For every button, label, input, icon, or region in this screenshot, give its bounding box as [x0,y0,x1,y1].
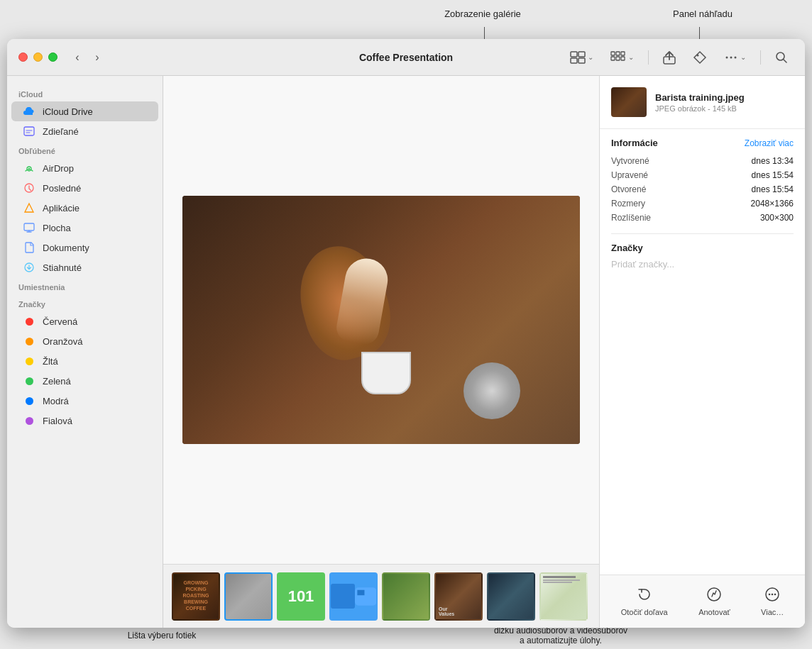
main-preview-image [182,196,580,444]
thumbnail-item-0[interactable]: GROWINGPICKINGROASTINGBREWINGCOFFEE [172,572,220,621]
svg-rect-0 [571,52,577,57]
sidebar-item-airdrop[interactable]: AirDrop [11,158,158,178]
info-row: Rozmery 2048×1366 [611,196,794,211]
photo-bar-annotation: Lišta výberu fotiek [105,631,219,640]
thumbnail-item-7[interactable] [539,572,588,621]
green-tag-icon [23,375,35,387]
svg-point-18 [28,168,30,170]
svg-rect-9 [621,57,625,60]
preview-thumbnail [611,87,647,117]
sidebar-item-shared[interactable]: Zdieľané [11,121,158,141]
info-value: 300×300 [760,213,794,223]
more-button[interactable]: ⌄ [718,48,752,67]
orange-tag-icon [23,335,35,348]
grid-view-button[interactable]: ⌄ [605,48,640,67]
sidebar-item-purple[interactable]: Fialová [11,411,158,431]
svg-rect-8 [616,57,620,60]
info-key: Rozmery [611,199,645,209]
thumbnail-item-5[interactable]: OurValues [434,572,483,621]
tags-placeholder[interactable]: Pridať značky... [611,259,794,270]
svg-point-12 [726,56,728,58]
preview-header: Barista training.jpeg JPEG obrázok - 145… [600,76,805,129]
thumbnail-item-4[interactable] [382,572,430,621]
tag-button[interactable] [687,48,713,67]
sidebar-item-documents[interactable]: Dokumenty [11,238,158,257]
sidebar-tag-label: Červená [43,316,77,327]
tags-section-label: Značky [7,294,163,311]
sidebar-item-label: Plocha [43,223,71,233]
apps-icon [23,201,35,214]
traffic-lights [18,52,57,62]
info-section-title: Informácie [611,138,658,148]
svg-rect-16 [24,127,34,135]
info-row: Upravené dnes 15:54 [611,168,794,182]
svg-rect-4 [611,52,615,55]
sidebar-item-downloads[interactable]: Stiahnuté [11,257,158,277]
thumbnail-item-6[interactable] [487,572,535,621]
coffee-liquid-graphic [334,255,391,346]
more-actions-button[interactable]: Viac… [752,582,792,621]
toolbar-buttons: ⌄ ⌄ [564,48,794,67]
share-button[interactable] [657,48,681,67]
annotate-button[interactable]: Anotovať [690,582,739,621]
sidebar-item-label: Stiahnuté [43,262,82,273]
sidebar-tag-label: Fialová [43,416,72,426]
gallery-area [163,76,599,564]
sidebar-item-label: Posledné [43,183,81,194]
forward-button[interactable]: › [89,49,106,66]
sidebar-item-red[interactable]: Červená [11,311,158,331]
svg-rect-6 [621,52,625,55]
svg-point-26 [774,594,777,596]
info-row: Rozlíšenie 300×300 [611,211,794,225]
show-more-link[interactable]: Zobraziť viac [745,138,794,148]
sidebar: iCloud iCloud Drive Zdieľané O [7,76,163,628]
sidebar-item-recents[interactable]: Posledné [11,178,158,198]
sidebar-item-yellow[interactable]: Žltá [11,351,158,371]
preview-filetype: JPEG obrázok - 145 kB [655,104,794,113]
rotate-left-icon [637,587,652,606]
annotate-icon [706,587,722,606]
info-value: dnes 15:54 [752,184,794,194]
svg-rect-7 [611,57,615,60]
svg-point-25 [772,594,774,596]
thumbnail-item-2[interactable]: 101 [277,572,325,621]
blue-tag-icon [23,394,35,407]
thumbnail-item-3[interactable] [329,572,378,621]
back-button[interactable]: ‹ [69,49,86,66]
info-rows: Vytvorené dnes 13:34 Upravené dnes 15:54… [611,154,794,225]
preview-filename: Barista training.jpeg [655,92,794,103]
content-area: iCloud iCloud Drive Zdieľané O [7,76,805,628]
search-button[interactable] [769,48,794,67]
red-tag-icon [23,315,35,328]
rotate-left-button[interactable]: Otočiť doľava [613,582,676,621]
view-toggle-button[interactable]: ⌄ [564,48,599,67]
svg-rect-20 [24,223,34,231]
minimize-button[interactable] [33,52,43,62]
sidebar-item-desktop[interactable]: Plocha [11,218,158,238]
sidebar-item-green[interactable]: Zelená [11,371,158,391]
shared-icon [23,125,35,138]
finder-window: ‹ › Coffee Presentation ⌄ [7,39,805,628]
icloud-drive-icon [23,105,35,118]
info-value: dnes 15:54 [752,170,794,180]
info-row: Otvorené dnes 15:54 [611,182,794,196]
sidebar-item-orange[interactable]: Oranžová [11,331,158,351]
preview-file-info: Barista training.jpeg JPEG obrázok - 145… [655,92,794,113]
svg-point-11 [697,54,699,56]
close-button[interactable] [18,52,28,62]
sidebar-item-label: Dokumenty [43,243,89,253]
info-value: dnes 13:34 [752,156,794,166]
tags-section: Značky Pridať značky... [611,234,794,278]
rotate-left-label: Otočiť doľava [621,608,668,616]
thumbnail-item-1[interactable] [224,572,273,621]
sidebar-item-apps[interactable]: Aplikácie [11,198,158,218]
sidebar-item-blue[interactable]: Modrá [11,391,158,411]
gallery-annotation: Zobrazenie galérie [412,9,554,19]
maximize-button[interactable] [48,52,57,62]
sidebar-item-icloud-drive[interactable]: iCloud Drive [11,101,158,121]
svg-point-15 [777,52,784,60]
thumbnail-strip: GROWINGPICKINGROASTINGBREWINGCOFFEE 101 … [163,564,599,628]
titlebar: ‹ › Coffee Presentation ⌄ [7,39,805,76]
yellow-tag-icon [23,355,35,367]
info-key: Vytvorené [611,156,649,166]
